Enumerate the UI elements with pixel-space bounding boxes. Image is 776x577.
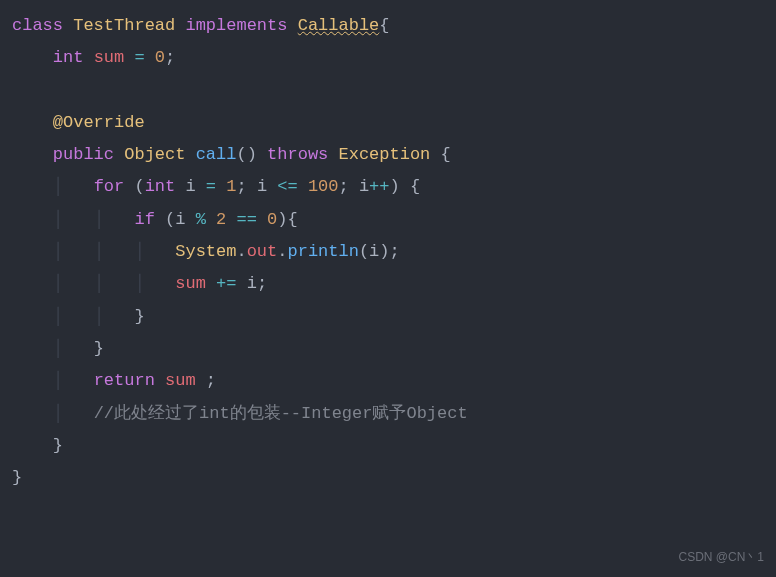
keyword-return: return xyxy=(94,371,155,390)
operator-pluseq: += xyxy=(216,274,236,293)
keyword-public: public xyxy=(53,145,114,164)
interface-callable: Callable xyxy=(298,16,380,35)
type-int: int xyxy=(145,177,176,196)
type-exception: Exception xyxy=(339,145,431,164)
method-println: println xyxy=(287,242,358,261)
operator-le: <= xyxy=(277,177,297,196)
var-i: i xyxy=(247,274,257,293)
field-out: out xyxy=(247,242,278,261)
parens: () xyxy=(236,145,256,164)
class-system: System xyxy=(175,242,236,261)
annotation-override: @Override xyxy=(53,113,145,132)
semicolon: ; xyxy=(236,177,246,196)
paren-open: ( xyxy=(165,210,175,229)
semicolon: ; xyxy=(165,48,175,67)
brace-open: { xyxy=(441,145,451,164)
brace-close: } xyxy=(53,436,63,455)
brace-close: } xyxy=(134,307,144,326)
number-hundred: 100 xyxy=(308,177,339,196)
comment: //此处经过了int的包装--Integer赋予Object xyxy=(94,404,468,423)
operator-eq: = xyxy=(134,48,144,67)
paren-open: ( xyxy=(134,177,144,196)
var-i: i xyxy=(257,177,267,196)
type-int: int xyxy=(53,48,84,67)
keyword-for: for xyxy=(94,177,125,196)
dot: . xyxy=(236,242,246,261)
field-sum: sum xyxy=(165,371,196,390)
semicolon: ; xyxy=(390,242,400,261)
number-one: 1 xyxy=(226,177,236,196)
watermark: CSDN @CN丶1 xyxy=(678,546,764,569)
semicolon: ; xyxy=(257,274,267,293)
method-call: call xyxy=(196,145,237,164)
field-sum: sum xyxy=(94,48,125,67)
var-i: i xyxy=(185,177,195,196)
class-name: TestThread xyxy=(73,16,175,35)
brace-open: { xyxy=(287,210,297,229)
semicolon: ; xyxy=(339,177,349,196)
operator-eqeq: == xyxy=(236,210,256,229)
var-i: i xyxy=(359,177,369,196)
keyword-class: class xyxy=(12,16,63,35)
number-two: 2 xyxy=(216,210,226,229)
number-zero: 0 xyxy=(155,48,165,67)
keyword-implements: implements xyxy=(185,16,287,35)
operator-eq: = xyxy=(206,177,216,196)
keyword-if: if xyxy=(134,210,154,229)
paren-close: ) xyxy=(390,177,400,196)
paren-close: ) xyxy=(277,210,287,229)
field-sum: sum xyxy=(175,274,206,293)
var-i: i xyxy=(369,242,379,261)
dot: . xyxy=(277,242,287,261)
brace-close: } xyxy=(12,468,22,487)
semicolon: ; xyxy=(206,371,216,390)
code-block: class TestThread implements Callable{ in… xyxy=(12,10,776,494)
keyword-throws: throws xyxy=(267,145,328,164)
number-zero: 0 xyxy=(267,210,277,229)
brace-open: { xyxy=(410,177,420,196)
var-i: i xyxy=(175,210,185,229)
parens: ( xyxy=(359,242,369,261)
operator-mod: % xyxy=(196,210,206,229)
type-object: Object xyxy=(124,145,185,164)
parens: ) xyxy=(379,242,389,261)
brace-open: { xyxy=(379,16,389,35)
operator-inc: ++ xyxy=(369,177,389,196)
brace-close: } xyxy=(94,339,104,358)
